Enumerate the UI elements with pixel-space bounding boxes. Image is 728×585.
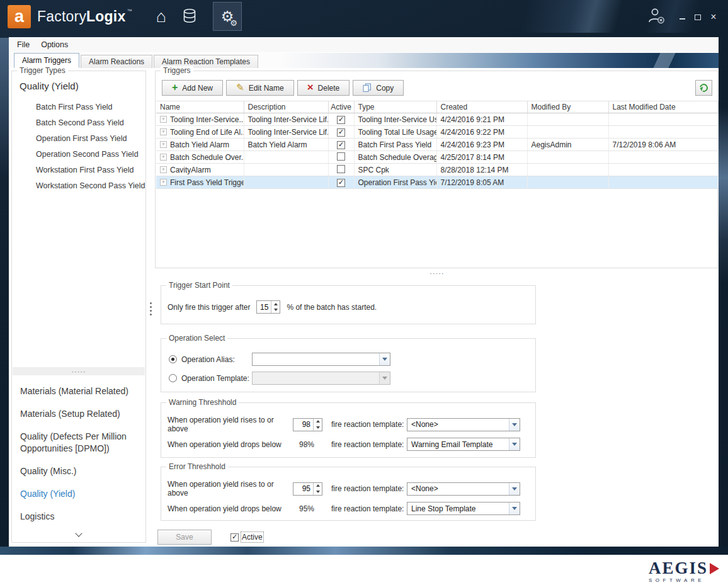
maximize-button[interactable] — [693, 12, 702, 21]
trigger-start-point-group: Trigger Start Point Only fire this trigg… — [161, 285, 536, 324]
scroll-down-chevron-icon[interactable] — [75, 530, 82, 537]
spinner-down-icon[interactable] — [314, 489, 322, 495]
add-new-button[interactable]: Add New — [162, 80, 223, 96]
row-expand-icon[interactable] — [160, 166, 167, 173]
table-row[interactable]: Tooling Inter-Service... Tooling Inter-S… — [156, 113, 718, 126]
column-header-modified-by[interactable]: Modified By — [527, 101, 608, 113]
error-rises-value-spinner[interactable]: 95 — [293, 482, 322, 496]
row-expand-icon[interactable] — [160, 154, 167, 161]
operation-alias-radio[interactable] — [169, 355, 177, 363]
window-border-right — [719, 107, 728, 283]
table-row[interactable]: CavityAlarm SPC Cpk 8/28/2018 12:14 PM — [156, 164, 718, 176]
minimize-button[interactable] — [678, 12, 686, 21]
error-threshold-legend: Error Threshhold — [166, 462, 228, 471]
trigger-subtype-item[interactable]: Workstation First Pass Yield — [12, 162, 145, 178]
cell-name: First Pass Yield Trigger — [170, 178, 244, 187]
trigger-subtype-item[interactable]: Workstation Second Pass Yield — [12, 178, 145, 194]
logo-letter: a — [14, 8, 24, 25]
dropdown-arrow-icon[interactable] — [379, 353, 390, 365]
trigger-subtype-item[interactable]: Operation Second Pass Yield — [12, 147, 145, 162]
row-expand-icon[interactable] — [160, 128, 167, 135]
save-button[interactable]: Save — [157, 530, 212, 545]
category-item[interactable]: Materials (Material Related) — [13, 380, 145, 402]
row-active-checkbox[interactable] — [337, 152, 345, 161]
table-row[interactable]: Batch Yield Alarm Batch Yield Alarm Batc… — [156, 139, 718, 151]
operation-template-radio[interactable] — [169, 374, 177, 382]
category-item[interactable]: Materials (Setup Related) — [13, 402, 145, 425]
dropdown-arrow-icon[interactable] — [509, 503, 520, 514]
column-header-description[interactable]: Description — [244, 101, 328, 113]
cell-created: 4/25/2017 8:14 PM — [441, 153, 504, 162]
column-header-last-modified-date[interactable]: Last Modified Date — [608, 101, 718, 113]
close-button[interactable] — [709, 12, 718, 21]
category-item[interactable]: Logistics — [13, 505, 145, 528]
refresh-button[interactable] — [695, 80, 712, 96]
home-icon[interactable] — [156, 7, 166, 26]
edit-name-button[interactable]: Edit Name — [226, 80, 294, 96]
copy-label: Copy — [376, 84, 394, 93]
category-item[interactable]: Quality (Misc.) — [13, 460, 145, 482]
dropdown-arrow-icon[interactable] — [509, 419, 520, 431]
category-item[interactable]: Quality (Yield) — [13, 482, 145, 505]
horizontal-splitter[interactable]: ····· — [418, 270, 456, 277]
vertical-splitter-handle[interactable] — [150, 302, 152, 304]
row-active-checkbox[interactable] — [337, 179, 345, 187]
column-header-name[interactable]: Name — [156, 101, 244, 113]
dropdown-arrow-icon[interactable] — [509, 438, 520, 450]
row-expand-icon[interactable] — [160, 116, 167, 123]
trigger-subtype-item[interactable]: Batch Second Pass Yield — [12, 115, 145, 131]
spinner-up-icon[interactable] — [271, 301, 280, 307]
spinner-down-icon[interactable] — [271, 307, 280, 314]
spinner-up-icon[interactable] — [314, 483, 322, 489]
row-expand-icon[interactable] — [160, 141, 167, 148]
operation-alias-combo[interactable] — [252, 353, 390, 366]
error-rises-row: When operation yield rises to or above 9… — [161, 467, 535, 497]
yield-subtype-list: Batch First Pass YieldBatch Second Pass … — [12, 99, 145, 194]
database-icon[interactable] — [183, 8, 196, 25]
column-header-type[interactable]: Type — [354, 101, 436, 113]
delete-button[interactable]: Delete — [297, 80, 350, 96]
spinner-up-icon[interactable] — [314, 419, 322, 425]
column-header-active[interactable]: Active — [328, 101, 354, 113]
table-row[interactable]: Tooling End of Life Al... Tooling Inter-… — [156, 126, 718, 139]
active-checkbox-bottom[interactable]: Active — [230, 533, 263, 542]
cell-modified-by: AegisAdmin — [532, 140, 572, 149]
trigger-subtype-item[interactable]: Operation First Pass Yield — [12, 131, 145, 147]
cell-description: Batch Yield Alarm — [248, 140, 307, 149]
active-checkbox-box[interactable] — [230, 533, 239, 542]
row-active-checkbox[interactable] — [337, 141, 345, 149]
cell-name: Tooling Inter-Service... — [170, 115, 244, 124]
cell-type: Tooling Total Life Usage — [358, 128, 437, 137]
edit-pencil-icon — [236, 84, 244, 93]
menu-item-options[interactable]: Options — [35, 38, 74, 51]
table-row[interactable]: First Pass Yield Trigger Operation First… — [156, 176, 718, 189]
row-active-checkbox[interactable] — [337, 128, 345, 137]
row-active-checkbox[interactable] — [337, 116, 345, 124]
spinner-down-icon[interactable] — [314, 424, 322, 431]
row-expand-icon[interactable] — [160, 179, 167, 186]
error-drops-template-combo[interactable]: Line Stop Template — [407, 502, 520, 515]
row-active-checkbox[interactable] — [337, 165, 345, 173]
start-percent-spinner[interactable]: 15 — [256, 300, 280, 314]
add-icon — [172, 84, 178, 93]
copy-button[interactable]: Copy — [353, 80, 404, 96]
trigger-subtype-item[interactable]: Batch First Pass Yield — [12, 99, 145, 115]
tab-alarm-reactions[interactable]: Alarm Reactions — [81, 55, 152, 68]
warning-drops-template-combo[interactable]: Warning Email Template — [407, 438, 520, 451]
table-row[interactable]: Batch Schedule Over... Batch Schedule Ov… — [156, 151, 718, 164]
dropdown-arrow-icon[interactable] — [509, 483, 520, 495]
column-header-created[interactable]: Created — [436, 101, 527, 113]
warning-rises-template-combo[interactable]: <None> — [407, 418, 520, 431]
error-rises-template-combo[interactable]: <None> — [407, 482, 520, 496]
operation-template-combo[interactable] — [252, 372, 390, 385]
cell-name: Tooling End of Life Al... — [170, 128, 244, 137]
warning-rises-value-spinner[interactable]: 98 — [293, 418, 322, 431]
settings-gear-icon[interactable] — [213, 2, 242, 31]
triggers-toolbar: Add New Edit Name Delete Copy — [156, 71, 717, 96]
sidebar-splitter[interactable] — [13, 367, 145, 375]
spinner-arrows — [313, 483, 322, 495]
user-logout-icon[interactable] — [647, 7, 665, 26]
category-item[interactable]: Quality (Defects Per Million Opportuniti… — [13, 425, 145, 459]
menu-item-file[interactable]: File — [11, 38, 35, 51]
error-rises-fire-label: fire reaction template: — [331, 484, 407, 493]
